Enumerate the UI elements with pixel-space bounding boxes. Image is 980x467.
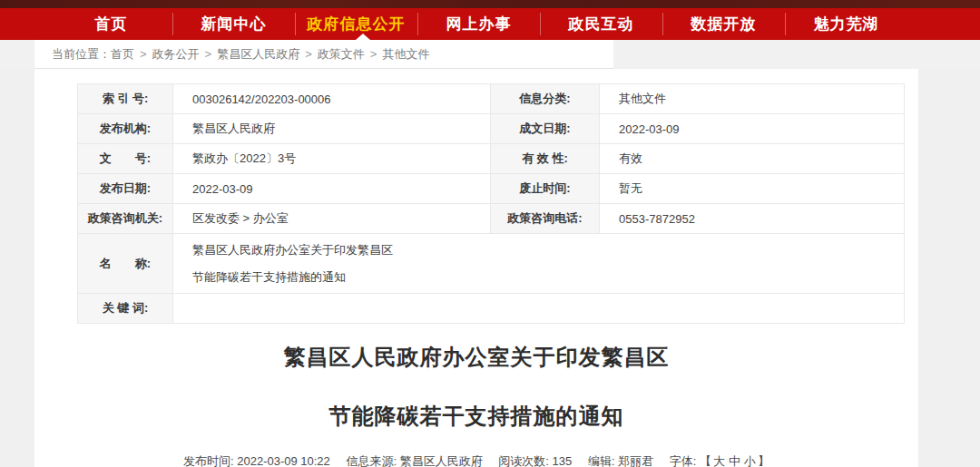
main-navigation: 首页 新闻中心 政府信息公开 网上办事 政民互动 数据开放 魅力芜湖 — [0, 8, 980, 40]
font-size-medium-button[interactable]: 中 — [729, 454, 740, 467]
keywords-label: 关 键 词: — [78, 294, 173, 324]
article-meta-bar: 发布时间: 2022-03-09 10:22 信息来源: 繁昌区人民政府 阅读次… — [34, 453, 918, 467]
breadcrumb-link-gov-disclosure[interactable]: 政务公开 — [152, 47, 200, 61]
doc-name-line2: 节能降碳若干支持措施的通知 — [192, 264, 904, 291]
document-content-card: 索 引 号: 003026142/202203-00006 信息分类: 其他文件… — [34, 69, 918, 467]
read-count: 阅读次数: 135 — [498, 454, 572, 467]
validity-value: 有效 — [600, 144, 905, 174]
nav-items-container: 首页 新闻中心 政府信息公开 网上办事 政民互动 数据开放 魅力芜湖 — [50, 8, 907, 40]
breadcrumb-prefix: 当前位置： — [52, 47, 111, 61]
breadcrumb-band: 当前位置：首页>政务公开>繁昌区人民政府>政策文件>其他文件 — [0, 40, 980, 69]
policy-consult-phone-value: 0553-7872952 — [600, 204, 905, 234]
article-title-line1: 繁昌区人民政府办公室关于印发繁昌区 — [34, 345, 918, 370]
nav-item-charming-wuhu[interactable]: 魅力芜湖 — [785, 8, 907, 40]
publish-date-value: 2022-03-09 — [173, 174, 491, 204]
nav-item-home[interactable]: 首页 — [50, 8, 172, 40]
table-row: 名 称: 繁昌区人民政府办公室关于印发繁昌区 节能降碳若干支持措施的通知 — [78, 234, 905, 294]
font-size-small-button[interactable]: 小 — [744, 454, 756, 467]
breadcrumb: 当前位置：首页>政务公开>繁昌区人民政府>政策文件>其他文件 — [34, 40, 613, 69]
policy-consult-phone-label: 政策咨询电话: — [491, 204, 600, 234]
nav-item-public-interaction[interactable]: 政民互动 — [540, 8, 662, 40]
doc-number-value: 繁政办〔2022〕3号 — [173, 144, 491, 174]
validity-label: 有 效 性: — [491, 144, 600, 174]
nav-item-online-services[interactable]: 网上办事 — [417, 8, 540, 40]
publish-time: 发布时间: 2022-03-09 10:22 — [183, 454, 330, 467]
editor: 编辑: 郑丽君 — [588, 454, 653, 467]
doc-name-label: 名 称: — [78, 234, 173, 294]
banner-bottom-strip — [0, 0, 980, 8]
nav-item-news-center[interactable]: 新闻中心 — [172, 8, 295, 40]
table-row: 发布机构: 繁昌区人民政府 成文日期: 2022-03-09 — [78, 114, 905, 144]
index-number-label: 索 引 号: — [78, 84, 173, 114]
issuing-agency-value: 繁昌区人民政府 — [173, 114, 491, 144]
nav-item-open-data[interactable]: 数据开放 — [662, 8, 785, 40]
policy-consult-agency-label: 政策咨询机关: — [78, 204, 173, 234]
font-size-large-button[interactable]: 大 — [713, 454, 725, 467]
written-date-value: 2022-03-09 — [600, 114, 905, 144]
bracket-open: 【 — [700, 454, 711, 467]
breadcrumb-separator: > — [370, 47, 377, 61]
breadcrumb-link-other-files[interactable]: 其他文件 — [382, 47, 429, 61]
table-row: 文 号: 繁政办〔2022〕3号 有 效 性: 有效 — [78, 144, 905, 174]
info-source: 信息来源: 繁昌区人民政府 — [346, 454, 482, 467]
policy-consult-agency-value: 区发改委 > 办公室 — [173, 204, 491, 234]
issuing-agency-label: 发布机构: — [78, 114, 173, 144]
written-date-label: 成文日期: — [491, 114, 600, 144]
active-tab-pointer-icon — [356, 34, 370, 40]
table-row: 关 键 词: — [78, 294, 905, 324]
doc-number-label: 文 号: — [78, 144, 173, 174]
index-number-value: 003026142/202203-00006 — [173, 84, 491, 114]
article-title-line2: 节能降碳若干支持措施的通知 — [34, 404, 918, 429]
doc-name-line1: 繁昌区人民政府办公室关于印发繁昌区 — [192, 237, 904, 264]
breadcrumb-link-fanchang-gov[interactable]: 繁昌区人民政府 — [217, 47, 299, 61]
breadcrumb-link-home[interactable]: 首页 — [111, 47, 134, 61]
document-metadata-table: 索 引 号: 003026142/202203-00006 信息分类: 其他文件… — [77, 83, 905, 324]
breadcrumb-link-policy-files[interactable]: 政策文件 — [318, 47, 365, 61]
breadcrumb-separator: > — [205, 47, 212, 61]
breadcrumb-separator: > — [140, 47, 147, 61]
repeal-date-value: 暂无 — [600, 174, 905, 204]
bracket-close: 】 — [758, 454, 769, 467]
breadcrumb-separator: > — [305, 47, 312, 61]
doc-name-value: 繁昌区人民政府办公室关于印发繁昌区 节能降碳若干支持措施的通知 — [173, 234, 905, 294]
info-category-label: 信息分类: — [491, 84, 600, 114]
keywords-value — [173, 294, 905, 324]
info-category-value: 其他文件 — [600, 84, 905, 114]
table-row: 发布日期: 2022-03-09 废止时间: 暂无 — [78, 174, 905, 204]
repeal-date-label: 废止时间: — [491, 174, 600, 204]
font-size-control: 字体: 【大中小】 — [670, 454, 769, 467]
table-row: 索 引 号: 003026142/202203-00006 信息分类: 其他文件 — [78, 84, 905, 114]
publish-date-label: 发布日期: — [78, 174, 173, 204]
table-row: 政策咨询机关: 区发改委 > 办公室 政策咨询电话: 0553-7872952 — [78, 204, 905, 234]
